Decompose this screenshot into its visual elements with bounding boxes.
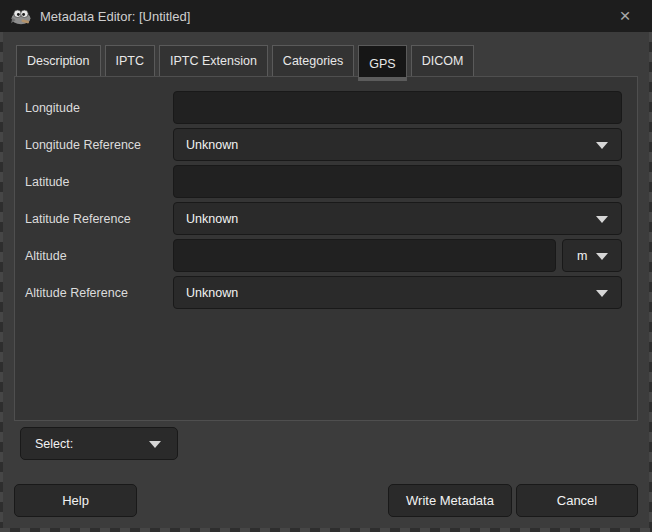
altitude-unit-dropdown[interactable]: m: [562, 239, 622, 272]
select-dropdown-label: Select:: [35, 437, 73, 451]
chevron-down-icon: [596, 216, 608, 223]
tab-dicom[interactable]: DICOM: [411, 45, 475, 76]
window-resize-edge-left[interactable]: [0, 32, 3, 528]
select-dropdown[interactable]: Select:: [20, 427, 178, 460]
longitude-reference-value: Unknown: [186, 138, 238, 152]
gimp-wilber-icon: [10, 7, 32, 25]
altitude-label: Altitude: [25, 239, 67, 272]
tab-description[interactable]: Description: [16, 45, 101, 76]
latitude-reference-label: Latitude Reference: [25, 202, 131, 235]
altitude-reference-label: Altitude Reference: [25, 276, 128, 309]
tab-categories[interactable]: Categories: [272, 45, 354, 76]
chevron-down-icon: [596, 253, 608, 260]
tab-iptc-extension[interactable]: IPTC Extension: [159, 45, 268, 76]
chevron-down-icon: [149, 441, 161, 448]
window-resize-edge-bottom[interactable]: [0, 528, 652, 532]
latitude-reference-dropdown[interactable]: Unknown: [173, 202, 622, 235]
tab-strip: Description IPTC IPTC Extension Categori…: [16, 45, 474, 76]
altitude-unit-value: m: [577, 249, 587, 263]
cancel-button[interactable]: Cancel: [516, 484, 638, 517]
write-metadata-button[interactable]: Write Metadata: [388, 484, 512, 517]
altitude-reference-dropdown[interactable]: Unknown: [173, 276, 622, 309]
gps-tab-panel: Longitude Longitude Reference Unknown La…: [14, 76, 638, 421]
chevron-down-icon: [596, 142, 608, 149]
close-icon[interactable]: ×: [608, 0, 642, 32]
latitude-field[interactable]: [173, 165, 622, 198]
metadata-editor-dialog: Metadata Editor: [Untitled] × Descriptio…: [0, 0, 652, 532]
latitude-label: Latitude: [25, 165, 69, 198]
longitude-reference-dropdown[interactable]: Unknown: [173, 128, 622, 161]
tab-gps[interactable]: GPS: [358, 45, 406, 81]
help-button[interactable]: Help: [14, 484, 137, 517]
tab-iptc[interactable]: IPTC: [105, 45, 155, 76]
altitude-reference-value: Unknown: [186, 286, 238, 300]
altitude-field[interactable]: [173, 239, 556, 272]
longitude-reference-label: Longitude Reference: [25, 128, 141, 161]
window-title: Metadata Editor: [Untitled]: [40, 9, 190, 24]
latitude-reference-value: Unknown: [186, 212, 238, 226]
longitude-field[interactable]: [173, 91, 622, 124]
longitude-label: Longitude: [25, 91, 80, 124]
chevron-down-icon: [596, 290, 608, 297]
titlebar: Metadata Editor: [Untitled] ×: [0, 0, 652, 32]
